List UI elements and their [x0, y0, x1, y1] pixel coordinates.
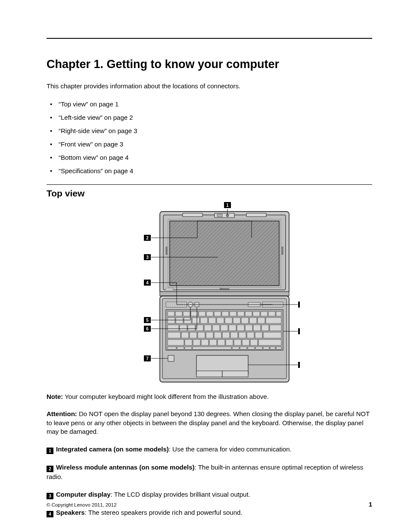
svg-rect-60	[168, 317, 175, 324]
svg-rect-102	[209, 339, 217, 345]
attention-label: Attention:	[47, 410, 77, 417]
svg-rect-12	[282, 247, 283, 255]
svg-text:6: 6	[146, 327, 149, 331]
svg-rect-55	[245, 311, 252, 316]
svg-rect-50	[206, 311, 213, 316]
svg-rect-63	[192, 317, 199, 324]
attention-text: Do NOT open the display panel beyond 130…	[47, 410, 370, 435]
toc-item: “Specifications” on page 4	[48, 164, 372, 177]
svg-rect-123	[168, 355, 174, 361]
svg-rect-74	[180, 325, 187, 331]
svg-rect-100	[193, 339, 200, 345]
svg-rect-85	[270, 325, 281, 331]
svg-rect-11	[166, 247, 167, 255]
callout-title: Computer display	[56, 491, 111, 498]
svg-rect-87	[181, 332, 189, 338]
laptop-top-view-svg: lenovo	[119, 202, 300, 386]
svg-text:7: 7	[146, 356, 149, 361]
svg-rect-110	[177, 347, 184, 349]
svg-rect-106	[242, 339, 249, 345]
svg-rect-142	[298, 302, 300, 308]
attention-paragraph: Attention: Do NOT open the display panel…	[47, 410, 372, 436]
svg-rect-69	[241, 317, 249, 324]
footer-page-number: 1	[369, 501, 372, 508]
section-heading-top-view: Top view	[47, 188, 372, 199]
svg-rect-52	[222, 311, 229, 316]
chapter-title: Chapter 1. Getting to know your computer	[47, 58, 372, 71]
section-top-rule	[47, 184, 372, 185]
callout-item: 4Speakers: The stereo speakers provide r…	[47, 508, 372, 517]
brand-label: lenovo	[220, 287, 230, 290]
svg-text:5: 5	[146, 318, 149, 323]
svg-rect-8	[217, 214, 222, 217]
svg-rect-98	[168, 339, 184, 345]
svg-rect-90	[206, 332, 213, 338]
svg-rect-73	[168, 325, 179, 331]
svg-rect-114	[240, 347, 247, 349]
svg-rect-103	[218, 339, 225, 345]
svg-rect-89	[198, 332, 205, 338]
svg-rect-78	[212, 325, 220, 331]
callout-number-badge: 4	[47, 511, 53, 517]
callout-text: : The LCD display provides brilliant vis…	[111, 491, 250, 498]
svg-text:2: 2	[146, 236, 149, 240]
svg-rect-122	[222, 371, 248, 377]
svg-rect-58	[268, 311, 275, 316]
callout-title: Speakers	[56, 509, 85, 516]
svg-rect-83	[253, 325, 261, 331]
svg-rect-4	[183, 213, 202, 217]
svg-rect-77	[204, 325, 212, 331]
svg-rect-104	[226, 339, 233, 345]
page-top-rule	[47, 38, 372, 39]
svg-rect-118	[270, 347, 275, 349]
svg-rect-92	[222, 332, 230, 338]
svg-rect-62	[184, 317, 191, 324]
svg-rect-117	[263, 347, 269, 349]
svg-rect-91	[214, 332, 221, 338]
toc-item: “Right-side view” on page 3	[48, 124, 372, 137]
svg-rect-80	[229, 325, 236, 331]
svg-rect-79	[221, 325, 228, 331]
svg-rect-54	[237, 311, 244, 316]
svg-rect-140	[298, 328, 300, 334]
svg-rect-109	[168, 347, 176, 349]
svg-rect-96	[255, 332, 262, 338]
svg-rect-112	[193, 347, 231, 349]
svg-rect-82	[245, 325, 252, 331]
svg-rect-45	[168, 311, 174, 316]
svg-rect-70	[249, 317, 257, 324]
svg-rect-61	[176, 317, 183, 324]
svg-rect-59	[276, 311, 281, 316]
svg-rect-75	[188, 325, 195, 331]
svg-rect-56	[253, 311, 260, 316]
callout-item: 1Integrated camera (on some models): Use…	[47, 445, 372, 454]
svg-text:3: 3	[146, 255, 149, 260]
svg-rect-99	[185, 339, 192, 345]
footer-copyright: © Copyright Lenovo 2011, 2012	[47, 502, 117, 507]
page-footer: © Copyright Lenovo 2011, 2012 1	[47, 501, 372, 508]
svg-rect-84	[262, 325, 269, 331]
svg-rect-94	[239, 332, 246, 338]
svg-rect-57	[261, 311, 268, 316]
callout-text: : The stereo speakers provide rich and p…	[85, 509, 243, 516]
svg-rect-67	[225, 317, 232, 324]
svg-rect-51	[214, 311, 221, 316]
svg-rect-72	[266, 317, 281, 324]
callout-number-badge: 2	[47, 466, 53, 472]
callout-title: Wireless module antennas (on some models…	[56, 464, 195, 471]
svg-rect-101	[201, 339, 209, 345]
svg-rect-47	[183, 311, 190, 316]
svg-text:1: 1	[226, 203, 229, 208]
svg-rect-68	[233, 317, 240, 324]
toc-item: “Top view” on page 1	[48, 97, 372, 111]
svg-rect-108	[258, 339, 281, 345]
svg-rect-46	[175, 311, 182, 316]
toc-item: “Left-side view” on page 2	[48, 111, 372, 124]
svg-rect-121	[196, 371, 222, 377]
svg-rect-13	[160, 292, 289, 296]
svg-rect-88	[190, 332, 197, 338]
svg-rect-14	[165, 288, 173, 290]
svg-rect-116	[255, 347, 262, 349]
callout-item: 2Wireless module antennas (on some model…	[47, 463, 372, 481]
callout-number-badge: 3	[47, 493, 53, 499]
